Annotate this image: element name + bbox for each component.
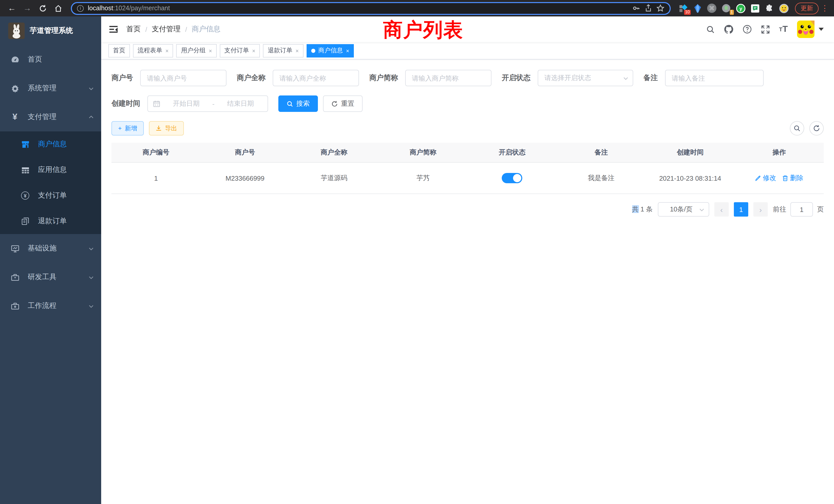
- info-icon[interactable]: i: [77, 5, 84, 12]
- next-page-button[interactable]: ›: [753, 202, 768, 216]
- sidebar-item-dev-tools[interactable]: 研发工具: [0, 263, 101, 292]
- merchant-short-input[interactable]: [405, 70, 491, 86]
- tab-user-group[interactable]: 用户分组×: [176, 44, 217, 57]
- column-header: 操作: [734, 143, 824, 162]
- search-button[interactable]: 搜索: [278, 95, 318, 112]
- key-icon[interactable]: [632, 4, 640, 12]
- app-logo[interactable]: 芋道管理系统: [0, 17, 101, 45]
- forward-icon[interactable]: →: [21, 2, 34, 15]
- create-time-range-picker[interactable]: 开始日期 - 结束日期: [147, 95, 268, 112]
- date-separator: -: [212, 100, 215, 108]
- gear-icon: [10, 84, 20, 93]
- page-jump-input[interactable]: [790, 202, 813, 216]
- column-header: 创建时间: [646, 143, 735, 162]
- page-1-button[interactable]: 1: [734, 202, 748, 216]
- download-icon: [156, 125, 162, 131]
- status-select[interactable]: 请选择开启状态: [538, 70, 633, 86]
- browser-menu-icon[interactable]: ⋮: [821, 4, 829, 13]
- close-icon[interactable]: ×: [209, 47, 212, 54]
- profile-avatar-icon[interactable]: [777, 2, 790, 14]
- sidebar-item-label: 首页: [28, 55, 94, 64]
- merchant-short-label: 商户简称: [369, 73, 398, 83]
- create-time-label: 创建时间: [111, 99, 140, 108]
- sidebar-item-system[interactable]: 系统管理: [0, 74, 101, 102]
- cell-merchant-short-name: 芋艿: [378, 163, 467, 193]
- tab-merchant-info[interactable]: 商户信息×: [307, 44, 354, 57]
- sidebar-item-app-info[interactable]: 应用信息: [0, 157, 101, 183]
- sidebar-item-refund-order[interactable]: 退款订单: [0, 208, 101, 234]
- font-size-icon[interactable]: TT: [779, 24, 788, 35]
- home-icon[interactable]: [51, 2, 65, 15]
- reload-icon[interactable]: [36, 2, 49, 15]
- edit-link[interactable]: 修改: [755, 174, 776, 183]
- prev-page-button[interactable]: ‹: [714, 202, 729, 216]
- jump-prefix: 前往: [773, 205, 786, 214]
- start-date-placeholder[interactable]: 开始日期: [164, 99, 208, 108]
- close-icon[interactable]: ×: [346, 47, 349, 54]
- share-icon[interactable]: [644, 4, 652, 12]
- extension-command-icon[interactable]: ⌘: [706, 2, 718, 14]
- refresh-table-button[interactable]: [809, 121, 824, 136]
- active-dot: [311, 48, 315, 53]
- chevron-down-icon: [88, 274, 94, 280]
- close-icon[interactable]: ×: [166, 47, 169, 54]
- update-button[interactable]: 更新: [795, 2, 818, 14]
- extension-gem-icon[interactable]: [691, 2, 704, 14]
- extension-chat-icon[interactable]: [749, 2, 761, 14]
- extension-yudao-icon[interactable]: y: [734, 2, 747, 14]
- cell-merchant-name: 芋道源码: [290, 163, 379, 193]
- pikachu-avatar-icon: [797, 21, 814, 38]
- help-icon[interactable]: [743, 25, 752, 34]
- sidebar-item-merchant-info[interactable]: 商户信息: [0, 131, 101, 157]
- sidebar-item-label: 应用信息: [38, 165, 94, 175]
- page-size-select[interactable]: 10条/页: [658, 202, 709, 216]
- extension-tag-manager-icon[interactable]: 10: [677, 2, 689, 14]
- tab-process-form[interactable]: 流程表单×: [133, 44, 173, 57]
- cell-merchant-no: M233666999: [200, 163, 290, 193]
- url-bar[interactable]: i localhost:1024/pay/merchant: [71, 2, 671, 15]
- sidebar-item-pay-order[interactable]: ¥ 支付订单: [0, 183, 101, 208]
- merchant-name-label: 商户全称: [237, 73, 265, 83]
- tab-refund-order[interactable]: 退款订单×: [263, 44, 304, 57]
- sidebar-item-home[interactable]: 首页: [0, 45, 101, 74]
- pagination: 共 1 条 10条/页 ‹ 1 › 前往 页: [111, 202, 824, 216]
- cell-create-time: 2021-10-23 08:31:14: [646, 163, 735, 193]
- sidebar-item-infra[interactable]: 基础设施: [0, 234, 101, 263]
- bookmark-star-icon[interactable]: [656, 4, 664, 12]
- close-icon[interactable]: ×: [295, 47, 299, 54]
- export-button[interactable]: 导出: [149, 121, 184, 136]
- reset-button[interactable]: 重置: [323, 95, 363, 112]
- user-avatar[interactable]: [797, 21, 824, 38]
- tab-home[interactable]: 首页: [108, 44, 130, 57]
- breadcrumb-item[interactable]: 支付管理: [152, 25, 180, 34]
- sidebar-item-workflow[interactable]: 工作流程: [0, 292, 101, 320]
- sidebar-fold-icon[interactable]: [109, 25, 118, 33]
- back-icon[interactable]: ←: [5, 2, 19, 15]
- dashboard-icon: [10, 55, 20, 64]
- tab-pay-order[interactable]: 支付订单×: [220, 44, 260, 57]
- extension-badge: 1: [729, 10, 734, 15]
- fullscreen-icon[interactable]: [761, 25, 770, 33]
- add-button[interactable]: + 新增: [111, 121, 144, 136]
- status-toggle[interactable]: [502, 173, 522, 183]
- sidebar-item-label: 研发工具: [28, 273, 88, 282]
- breadcrumb-item[interactable]: 首页: [126, 25, 141, 34]
- sidebar: 芋道管理系统 首页 系统管理: [0, 17, 101, 504]
- end-date-placeholder[interactable]: 结束日期: [219, 99, 262, 108]
- header-search-icon[interactable]: [706, 25, 715, 33]
- extension-session-icon[interactable]: 1: [720, 2, 732, 14]
- table-row: 1 M233666999 芋道源码 芋艿 我是备注 2021-10-23 08:…: [111, 163, 824, 193]
- merchant-no-input[interactable]: [140, 70, 226, 86]
- toggle-search-button[interactable]: [790, 121, 804, 136]
- close-icon[interactable]: ×: [252, 47, 256, 54]
- plus-icon: +: [118, 125, 122, 132]
- briefcase-icon: [10, 301, 20, 310]
- github-icon[interactable]: [724, 25, 733, 34]
- remark-input[interactable]: [665, 70, 764, 86]
- url-text: localhost:1024/pay/merchant: [88, 5, 628, 12]
- extensions-puzzle-icon[interactable]: [763, 2, 775, 14]
- sidebar-item-pay[interactable]: ¥ 支付管理: [0, 102, 101, 131]
- merchant-name-input[interactable]: [273, 70, 359, 86]
- delete-link[interactable]: 删除: [783, 174, 804, 183]
- pay-submenu: 商户信息 应用信息 ¥ 支付订单: [0, 131, 101, 234]
